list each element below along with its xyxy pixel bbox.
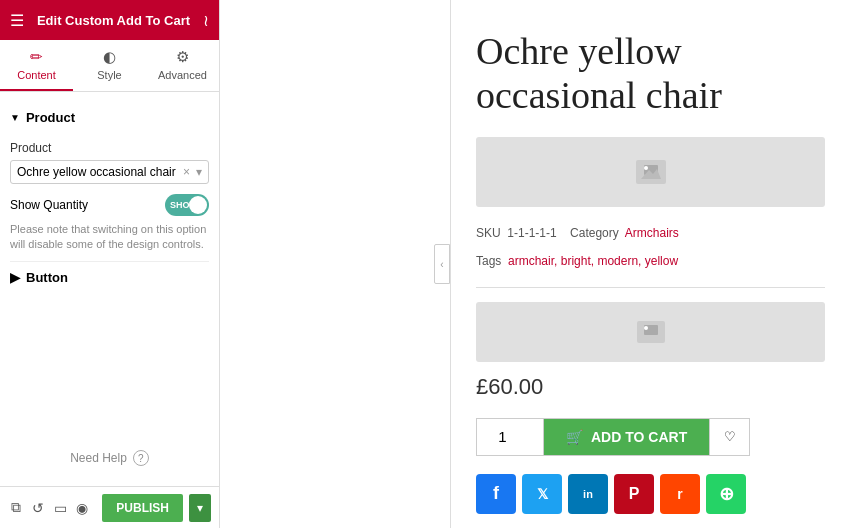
product-select[interactable]: Ochre yellow occasional chair × ▾ (10, 160, 209, 184)
clear-icon[interactable]: × (183, 165, 190, 179)
facebook-share-button[interactable]: f (476, 474, 516, 514)
whatsapp-share-button[interactable]: ⊕ (706, 474, 746, 514)
panel-content: ▼ Product Product Ochre yellow occasiona… (0, 92, 219, 430)
svg-point-6 (644, 326, 648, 330)
need-help-area: Need Help ? (0, 430, 219, 486)
add-to-cart-label: ADD TO CART (591, 429, 687, 445)
publish-button[interactable]: PUBLISH (102, 494, 183, 522)
quantity-input[interactable] (476, 418, 544, 456)
tab-style[interactable]: ◐ Style (73, 40, 146, 91)
product-image-secondary (476, 302, 825, 362)
category-label: Category (570, 226, 619, 240)
product-price: £60.00 (476, 374, 825, 400)
panel-title: Edit Custom Add To Cart (24, 13, 203, 28)
hamburger-icon[interactable]: ☰ (10, 11, 24, 30)
tab-content[interactable]: ✏ Content (0, 40, 73, 91)
publish-dropdown-button[interactable]: ▾ (189, 494, 211, 522)
sku-label: SKU (476, 226, 501, 240)
product-meta: SKU 1-1-1-1-1 Category Armchairs (476, 223, 825, 245)
monitor-icon[interactable]: ▭ (52, 494, 68, 522)
linkedin-share-button[interactable]: in (568, 474, 608, 514)
product-image-main (476, 137, 825, 207)
product-section-header[interactable]: ▼ Product (10, 102, 209, 131)
need-help-label: Need Help (70, 451, 127, 465)
show-quantity-label: Show Quantity (10, 198, 88, 212)
left-panel: ☰ Edit Custom Add To Cart ≀ ✏ Content ◐ … (0, 0, 220, 528)
add-to-cart-wrapper: 🛒 ADD TO CART (544, 418, 710, 456)
pinterest-share-button[interactable]: P (614, 474, 654, 514)
gear-icon: ⚙ (176, 48, 189, 66)
svg-point-3 (644, 166, 648, 170)
product-section-title: Product (26, 110, 75, 125)
tags-link[interactable]: armchair, bright, modern, yellow (508, 254, 678, 268)
add-to-cart-button[interactable]: 🛒 ADD TO CART (544, 419, 709, 455)
twitter-share-button[interactable]: 𝕏 (522, 474, 562, 514)
product-title: Ochre yellowoccasional chair (476, 30, 825, 117)
reddit-share-button[interactable]: r (660, 474, 700, 514)
select-actions: × ▾ (183, 165, 202, 179)
wishlist-button[interactable]: ♡ (710, 418, 750, 456)
notice-text: Please note that switching on this optio… (10, 222, 209, 253)
top-bar: ☰ Edit Custom Add To Cart ≀ (0, 0, 219, 40)
tab-advanced[interactable]: ⚙ Advanced (146, 40, 219, 91)
category-link[interactable]: Armchairs (625, 226, 679, 240)
sku-value: 1-1-1-1-1 (507, 226, 556, 240)
product-tags: Tags armchair, bright, modern, yellow (476, 251, 825, 273)
divider-1 (476, 287, 825, 288)
collapse-handle[interactable]: ‹ (434, 244, 450, 284)
canvas: ‹ (220, 0, 450, 528)
tags-label: Tags (476, 254, 501, 268)
grid-icon[interactable]: ≀ (203, 11, 209, 30)
chevron-down-icon: ▼ (10, 112, 20, 123)
show-quantity-row: Show Quantity SHOW (10, 194, 209, 216)
show-quantity-toggle[interactable]: SHOW (165, 194, 209, 216)
pencil-icon: ✏ (30, 48, 43, 66)
button-section-title: Button (26, 270, 68, 285)
social-share-row: f 𝕏 in P r ⊕ (476, 474, 825, 514)
help-icon[interactable]: ? (133, 450, 149, 466)
tabs-bar: ✏ Content ◐ Style ⚙ Advanced (0, 40, 219, 92)
tab-style-label: Style (97, 69, 121, 81)
add-to-cart-row: 🛒 ADD TO CART ♡ (476, 418, 825, 456)
cart-icon: 🛒 (566, 429, 583, 445)
right-panel: Ochre yellowoccasional chair SKU 1-1-1-1… (450, 0, 850, 528)
tab-advanced-label: Advanced (158, 69, 207, 81)
tab-content-label: Content (17, 69, 56, 81)
chevron-down-icon[interactable]: ▾ (196, 165, 202, 179)
button-section-header[interactable]: ▶ Button (10, 261, 209, 293)
bottom-bar: ⧉ ↺ ▭ ◉ PUBLISH ▾ (0, 486, 219, 528)
half-circle-icon: ◐ (103, 48, 116, 66)
product-select-value: Ochre yellow occasional chair (17, 165, 183, 179)
toggle-text: SHOW (170, 200, 198, 210)
layers-icon[interactable]: ⧉ (8, 494, 24, 522)
chevron-right-icon: ▶ (10, 270, 20, 285)
eye-icon[interactable]: ◉ (74, 494, 90, 522)
history-icon[interactable]: ↺ (30, 494, 46, 522)
product-field-label: Product (10, 141, 209, 155)
canvas-inner (220, 0, 450, 528)
